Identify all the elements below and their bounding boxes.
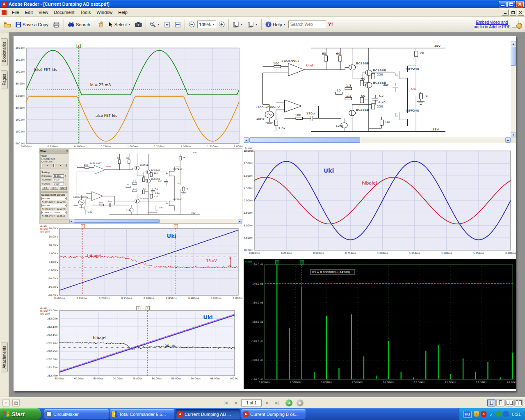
help-button[interactable]: ? Help ▼ [263,18,288,30]
page-number-input[interactable]: 1 of 1 [241,399,262,406]
yahoo-button[interactable]: Y! [326,22,335,27]
facing-layout-button[interactable] [505,399,514,406]
measurement-cursors-group: Measurement Cursors uki-uref▼X: 574.92u … [40,192,68,219]
scroll-up-icon[interactable]: ▲ [511,41,516,46]
actual-size-button[interactable] [162,18,172,30]
page-forward-button[interactable]: ▼ [245,18,260,30]
single-cell-radio[interactable]: Single Cell [41,158,67,160]
open-button[interactable] [2,18,13,30]
search-button[interactable]: Search [66,18,92,30]
volume-icon[interactable]: ♪ [488,411,494,417]
menu-view[interactable]: View [36,9,51,16]
taskbar-task-circuitmaker[interactable]: ~CircuitMaker [44,409,109,419]
vscroll-thumb[interactable] [511,47,516,66]
snapshot-button[interactable] [133,18,144,30]
restore-button[interactable] [507,1,515,7]
close-button[interactable] [516,1,524,7]
wave-close-icon[interactable]: ✕ [66,150,68,152]
page-back-button[interactable]: ▼ [231,18,245,30]
hscroll-thumb[interactable] [249,137,360,143]
scroll-right-icon[interactable]: ▶ [505,137,511,143]
y-offset-input[interactable]: 0.000 [53,182,64,185]
fit-x-button[interactable]: fit X [41,186,49,190]
menu-help[interactable]: Help [115,9,130,16]
previous-view-button[interactable]: ◀ [285,399,292,406]
continuous-layout-button[interactable] [496,399,504,406]
fit-width-button[interactable] [173,18,183,30]
svg-text:5.000kHz: 5.000kHz [321,381,332,383]
zoom-tool-button[interactable]: ▼ [148,18,162,30]
sidebar-tab-bookmarks[interactable]: Bookmarks [1,38,8,66]
all-cells-radio[interactable]: All Cells [41,160,67,163]
svg-text:B: uref: B: uref [40,309,49,312]
svg-text:2K: 2K [420,52,425,55]
svg-text:1.6k: 1.6k [87,211,92,213]
svg-text:60: 60 [361,77,365,80]
previous-page-button[interactable]: ◀ [231,399,240,406]
sidebar-tab-attachments[interactable]: Attachments [1,342,8,372]
messenger-icon[interactable] [496,411,501,417]
cm-scroll-left-icon[interactable]: ◀ [69,219,73,223]
svg-text:2: 2 [301,261,303,264]
continuous-facing-layout-button[interactable] [514,399,523,406]
zoom-out-button[interactable] [187,18,197,30]
schematic-vscrollbar[interactable]: ▲ ▼ [511,41,516,137]
scroll-down-icon[interactable]: ▼ [511,132,516,137]
start-button[interactable]: Start [0,408,41,420]
next-view-button[interactable]: ▶ [297,399,304,406]
taskbar-task-current[interactable]: ACurrent Dumping AB ... [176,409,240,419]
doc-minimize-button[interactable] [502,9,509,16]
x-division-input[interactable]: 50.00u [53,174,64,178]
cursor-select-2[interactable]: uki-uref▼ [41,204,67,207]
page-forward-caret-icon: ▼ [255,23,258,26]
svg-text:Uki: Uki [324,167,334,174]
minimize-button[interactable] [499,1,507,7]
search-web-input[interactable] [288,21,326,28]
save-copy-button[interactable]: Save a Copy [14,18,50,30]
svg-text:75.00us: 75.00us [132,377,142,380]
antivirus-icon[interactable]: ✕ [481,411,486,417]
zoom-level-select[interactable]: 109% ▼ [197,21,216,28]
language-indicator[interactable]: HU [463,411,472,418]
network-icon[interactable] [503,411,509,417]
wave-up-button[interactable]: ▲ [41,164,54,167]
hand-tool-button[interactable] [96,18,106,30]
doc-restore-button[interactable] [509,9,516,16]
last-page-button[interactable]: ▶| [273,399,281,406]
single-page-layout-button[interactable] [487,399,495,406]
next-page-button[interactable]: ▶ [263,399,272,406]
print-button[interactable] [51,18,62,30]
taskbar-task-total[interactable]: TTotal Commander 6.5... [110,409,174,419]
menu-edit[interactable]: Edit [22,9,36,16]
menu-document[interactable]: Document [51,9,77,16]
menu-file[interactable]: File [9,9,22,16]
cm-hscroll-thumb[interactable] [74,219,160,223]
scroll-left-icon[interactable]: ◀ [244,137,249,143]
sidebar-tab-pages[interactable]: Pages [1,70,8,89]
svg-text:1kHz: 1kHz [73,204,78,207]
document-status-icon[interactable]: ≡ [2,399,10,406]
cursor-select-1[interactable]: uki-uref▼ [41,197,67,200]
select-tool-button[interactable]: Select ▼ [106,18,133,30]
circuitmaker-hscrollbar[interactable]: ◀ ▶ [69,219,242,223]
cursor-select-3[interactable]: Cursor 2 - Cursor 1▼ [41,211,67,214]
security-shield-icon[interactable]: ! [474,411,479,417]
taskbar-task-current[interactable]: ACurrent Dumping B os... [241,409,306,419]
schematic-hscrollbar[interactable]: ◀ ▶ [244,137,511,143]
menu-tools[interactable]: Tools [78,9,94,16]
fit-y-button[interactable]: fit Y [50,186,58,190]
svg-text:170p: 170p [106,200,112,203]
zoom-in-button[interactable] [217,18,227,30]
first-page-button[interactable]: |◀ [221,399,230,406]
page-size-icon[interactable]: ▤ [12,399,20,406]
svg-text:5.000m: 5.000m [244,174,253,177]
menu-window[interactable]: Window [94,9,115,16]
svg-text:13 uV: 13 uV [206,259,217,263]
y-division-input[interactable]: 5.000 [53,178,64,181]
auto-y-button[interactable]: Auto Y [59,186,67,190]
svg-text:60: 60 [143,187,146,190]
wave-down-button[interactable]: ▼ [55,164,67,167]
doc-close-button[interactable] [517,9,524,16]
embed-video-link[interactable]: Embed video and audio in Adobe PDF [474,20,510,29]
cm-scroll-right-icon[interactable]: ▶ [238,219,242,223]
